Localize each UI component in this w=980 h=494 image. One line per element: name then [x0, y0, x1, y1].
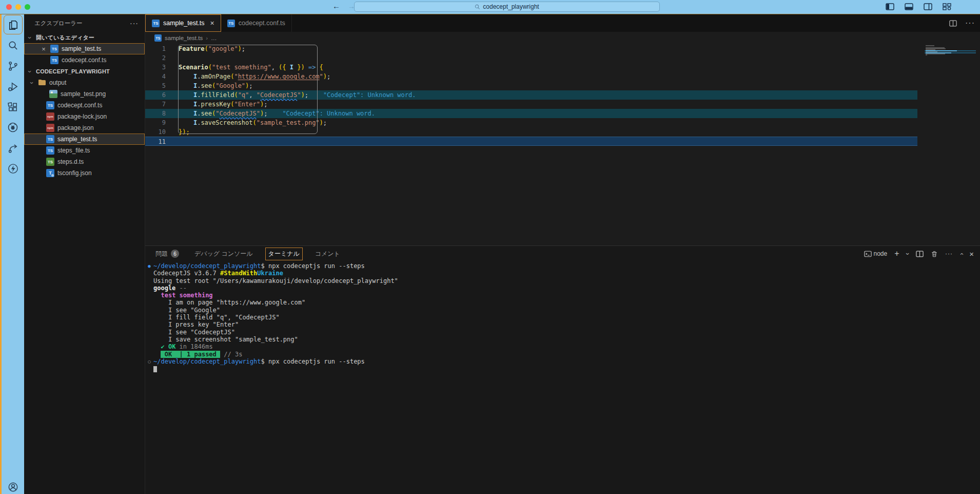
tree-item[interactable]: Ttsconfig.json — [24, 167, 145, 179]
minimap-line — [925, 55, 976, 56]
tree-item[interactable]: npmpackage-lock.json — [24, 111, 145, 122]
line-number: 1 — [145, 44, 166, 53]
line-number: 5 — [145, 81, 166, 90]
toggle-panel-icon[interactable] — [905, 3, 913, 10]
split-terminal-icon[interactable] — [916, 251, 924, 257]
terminal-line: ✔ OK in 1846ms — [145, 343, 980, 350]
new-terminal-icon[interactable]: + — [894, 249, 899, 258]
activity-source-control-icon[interactable] — [2, 55, 24, 76]
command-decoration-icon: ● — [145, 262, 153, 270]
terminal-line: I see "CodeceptJS" — [145, 329, 980, 336]
minimap[interactable] — [925, 45, 976, 56]
panel-tab-label: デバッグ コンソール — [194, 250, 253, 258]
editor-tab[interactable]: TSsample_test.ts× — [145, 14, 221, 32]
close-panel-icon[interactable]: × — [969, 250, 974, 258]
tree-item[interactable]: TScodecept.conf.ts — [24, 100, 145, 111]
terminal-gutter — [145, 277, 153, 284]
tab-label: codecept.conf.ts — [239, 20, 285, 27]
code-line-2: 2 — [145, 53, 980, 63]
sidebar-title: エクスプローラー — [34, 20, 83, 27]
file-name: sample_test.png — [61, 90, 106, 98]
code-line-1: 1Feature("google"); — [145, 44, 980, 53]
file-name: steps.d.ts — [57, 158, 84, 165]
tree-item[interactable]: TSsteps.d.ts — [24, 156, 145, 167]
toggle-primary-sidebar-icon[interactable] — [886, 3, 894, 10]
activity-search-icon[interactable] — [2, 35, 24, 55]
activity-thunder-client-icon[interactable] — [2, 158, 24, 179]
tree-item[interactable]: ›output — [24, 77, 145, 88]
line-number: 6 — [145, 90, 166, 100]
kill-terminal-icon[interactable] — [931, 250, 938, 258]
terminal-line: Using test root "/Users/kawamurakouji/de… — [145, 277, 980, 284]
panel-tab[interactable]: ターミナル — [265, 248, 303, 260]
npm-icon: npm — [46, 124, 54, 132]
project-section[interactable]: › CODECEPT_PLAYWRIGHT — [24, 66, 145, 77]
code-editor[interactable]: 1Feature("google");23Scenario("test some… — [145, 44, 980, 245]
line-number: 8 — [145, 109, 166, 118]
open-editor-item[interactable]: TScodecept.conf.ts — [24, 54, 145, 66]
open-editor-item[interactable]: ×TSsample_test.ts — [24, 43, 145, 54]
terminal-line: I am on page "https://www.google.com" — [145, 299, 980, 306]
maximize-panel-icon[interactable]: › — [957, 253, 965, 255]
terminal-line: ●~/develop/codecept_playwright$ npx code… — [145, 262, 980, 270]
activity-accounts-icon[interactable] — [2, 477, 24, 494]
terminal-profile[interactable]: node — [864, 250, 888, 257]
terminal-gutter — [145, 307, 153, 314]
split-editor-icon[interactable] — [949, 20, 957, 27]
open-editors-label: 開いているエディター — [36, 34, 94, 42]
tree-item[interactable]: TSsample_test.ts — [24, 134, 145, 145]
terminal-profile-dropdown-icon[interactable]: › — [904, 253, 911, 255]
terminal-gutter — [145, 343, 153, 350]
minimize-window-button[interactable] — [15, 4, 21, 10]
terminal-line: google -- — [145, 284, 980, 292]
close-tab-icon[interactable]: × — [210, 19, 214, 27]
tab-label: sample_test.ts — [163, 20, 205, 27]
activity-github-icon[interactable] — [2, 117, 24, 138]
terminal-line: I see "Google" — [145, 307, 980, 314]
panel-tab[interactable]: 問題6 — [152, 248, 182, 260]
terminal-gutter — [145, 321, 153, 328]
panel-tab-label: コメント — [315, 250, 340, 258]
panel-tab-label: 問題 — [155, 250, 168, 258]
panel-tab[interactable]: デバッグ コンソール — [191, 248, 256, 260]
line-number: 10 — [145, 127, 166, 137]
sidebar-more-icon[interactable]: ··· — [130, 19, 139, 27]
terminal-output[interactable]: ●~/develop/codecept_playwright$ npx code… — [145, 262, 980, 494]
explorer-sidebar: エクスプローラー ··· › 開いているエディター ×TSsample_test… — [24, 14, 145, 494]
line-number: 11 — [145, 137, 166, 146]
file-name: package-lock.json — [57, 113, 107, 120]
bottom-panel: 問題6デバッグ コンソールターミナルコメント node + › ··· › × — [145, 245, 980, 494]
tree-item[interactable]: sample_test.png — [24, 88, 145, 100]
breadcrumb-more[interactable]: … — [211, 35, 217, 41]
command-center[interactable]: codecept_playwright — [354, 2, 660, 12]
close-editor-icon[interactable]: × — [40, 45, 47, 53]
close-window-button[interactable] — [6, 4, 12, 10]
activity-remote-explorer-icon[interactable] — [2, 138, 24, 158]
editor-more-actions-icon[interactable]: ··· — [965, 18, 975, 28]
customize-layout-icon[interactable] — [943, 3, 951, 10]
editor-tab[interactable]: TScodecept.conf.ts — [221, 14, 292, 32]
tree-item[interactable]: TSsteps_file.ts — [24, 145, 145, 156]
breadcrumb[interactable]: TS sample_test.ts › … — [145, 32, 980, 44]
panel-more-actions-icon[interactable]: ··· — [945, 250, 953, 257]
terminal-line: I fill field "q", "CodeceptJS" — [145, 314, 980, 321]
ts-file-icon: TS — [50, 45, 58, 53]
line-number: 3 — [145, 63, 166, 72]
activity-extensions-icon[interactable] — [2, 97, 24, 117]
terminal-gutter — [145, 329, 153, 336]
folder-icon — [38, 79, 46, 87]
code-line-11: 11 — [145, 137, 917, 146]
panel-tab[interactable]: コメント — [312, 248, 343, 260]
panel-tab-label: ターミナル — [268, 250, 300, 258]
terminal-line: OK | 1 passed // 3s — [145, 351, 980, 358]
titlebar: ← → codecept_playwright — [0, 0, 980, 14]
nav-back-icon[interactable]: ← — [332, 2, 340, 10]
terminal-line: test something — [145, 292, 980, 299]
tree-item[interactable]: npmpackage.json — [24, 122, 145, 134]
zoom-window-button[interactable] — [25, 4, 30, 10]
toggle-secondary-sidebar-icon[interactable] — [924, 3, 932, 10]
breadcrumb-file[interactable]: sample_test.ts — [165, 35, 203, 41]
activity-explorer-icon[interactable] — [2, 14, 24, 35]
open-editors-section[interactable]: › 開いているエディター — [24, 32, 145, 43]
activity-run-debug-icon[interactable] — [2, 76, 24, 97]
